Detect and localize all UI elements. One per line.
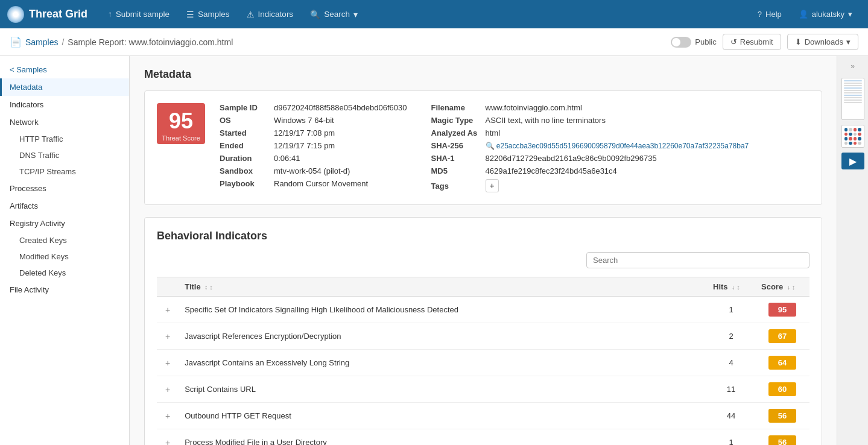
indicator-title: Outbound HTTP GET Request: [179, 403, 707, 429]
expand-row-button[interactable]: +: [163, 305, 173, 315]
meta-row: Sandboxmtv-work-054 (pilot-d): [220, 166, 407, 175]
table-row: + Javascript Contains an Excessively Lon…: [157, 350, 809, 376]
indicator-hits: 1: [707, 429, 755, 446]
sidebar-item-http-traffic[interactable]: HTTP Traffic: [0, 131, 129, 147]
indicators-icon: ⚠: [247, 10, 255, 19]
collapse-button[interactable]: »: [848, 60, 857, 73]
download-icon: ⬇: [795, 37, 802, 46]
downloads-caret-icon: ▾: [846, 37, 851, 46]
downloads-button[interactable]: ⬇ Downloads ▾: [787, 34, 858, 50]
indicator-title: Process Modified File in a User Director…: [179, 429, 707, 446]
submit-icon: ↑: [108, 10, 112, 19]
breadcrumb: 📄 Samples / Sample Report: www.fotoinvia…: [10, 36, 233, 48]
table-row: + Script Contains URL 11 60: [157, 376, 809, 403]
main-content: Metadata 95 Threat Score Sample IDd96720…: [130, 56, 837, 445]
brand-logo[interactable]: ✦ Threat Grid: [7, 6, 87, 23]
indicator-hits: 44: [707, 403, 755, 429]
expand-row-button[interactable]: +: [163, 332, 173, 341]
indicators-nav-button[interactable]: ⚠ Indicators: [238, 0, 302, 28]
user-icon: 👤: [799, 10, 808, 19]
breadcrumb-separator: /: [62, 37, 64, 47]
resubmit-icon: ↺: [730, 37, 737, 46]
meta-row: Sample IDd96720240f88f588e054bdebd06f603…: [220, 103, 407, 112]
meta-row: Analyzed Ashtml: [431, 128, 749, 137]
resubmit-button[interactable]: ↺ Resubmit: [723, 34, 781, 50]
indicator-hits: 4: [707, 350, 755, 376]
search-input[interactable]: [586, 252, 809, 268]
sidebar-item-network[interactable]: Network: [0, 113, 129, 131]
table-row: + Process Modified File in a User Direct…: [157, 429, 809, 446]
sidebar-item-indicators[interactable]: Indicators: [0, 96, 129, 113]
meta-row: SHA-256🔍 e25accba3ec09d55d5196690095879d…: [431, 141, 749, 150]
sidebar-item-tcpip-streams[interactable]: TCP/IP Streams: [0, 163, 129, 180]
indicator-score: 67: [755, 323, 809, 350]
table-header-title[interactable]: Title ↕: [179, 277, 707, 297]
samples-nav-button[interactable]: ☰ Samples: [178, 0, 238, 28]
breadcrumb-current: Sample Report: www.fotoinviaggio.com.htm…: [68, 37, 233, 47]
indicator-title: Javascript Contains an Excessively Long …: [179, 350, 707, 376]
indicator-hits: 11: [707, 376, 755, 403]
user-menu-button[interactable]: 👤 alukatsky ▾: [790, 0, 861, 28]
breadcrumb-icon: 📄: [10, 36, 22, 48]
indicator-score: 95: [755, 297, 809, 323]
help-icon: ?: [758, 10, 762, 19]
sidebar-item-dns-traffic[interactable]: DNS Traffic: [0, 147, 129, 163]
breadcrumb-actions: Public ↺ Resubmit ⬇ Downloads ▾: [671, 34, 858, 50]
topnav-right: ? Help 👤 alukatsky ▾: [749, 0, 861, 28]
meta-row: PlaybookRandom Cursor Movement: [220, 179, 407, 188]
metadata-panel: 95 Threat Score Sample IDd96720240f88f58…: [144, 90, 822, 205]
submit-sample-button[interactable]: ↑ Submit sample: [100, 0, 178, 28]
sidebar-item-registry-activity[interactable]: Registry Activity: [0, 215, 129, 232]
search-box-container: [157, 252, 809, 268]
breadcrumb-samples-link[interactable]: Samples: [25, 37, 58, 47]
sidebar-item-modified-keys[interactable]: Modified Keys: [0, 248, 129, 265]
sidebar-item-deleted-keys[interactable]: Deleted Keys: [0, 265, 129, 281]
brand-name: Threat Grid: [29, 8, 87, 21]
table-row: + Javascript References Encryption/Decry…: [157, 323, 809, 350]
search-caret-icon: ▾: [353, 10, 358, 19]
table-row: + Specific Set Of Indicators Signalling …: [157, 297, 809, 323]
indicator-title: Script Contains URL: [179, 376, 707, 403]
expand-row-button[interactable]: +: [163, 411, 173, 421]
meta-row: Magic TypeASCII text, with no line termi…: [431, 116, 749, 125]
behavioral-indicators-panel: Behavioral Indicators Title ↕ Hits ↓ Sco…: [144, 217, 822, 445]
meta-row: SHA-182206d712729eabd2161a9c86c9b0092fb2…: [431, 154, 749, 163]
top-navigation: ✦ Threat Grid ↑ Submit sample ☰ Samples …: [0, 0, 868, 28]
public-toggle[interactable]: Public: [671, 37, 716, 48]
indicators-table: Title ↕ Hits ↓ Score ↓ + Specific Set Of…: [157, 277, 809, 445]
breadcrumb-bar: 📄 Samples / Sample Report: www.fotoinvia…: [0, 28, 868, 56]
sidebar-item-created-keys[interactable]: Created Keys: [0, 232, 129, 248]
toggle-switch: [671, 37, 691, 48]
expand-row-button[interactable]: +: [163, 438, 173, 446]
play-button[interactable]: ▶: [841, 153, 864, 169]
expand-row-button[interactable]: +: [163, 385, 173, 394]
dot-grid-preview: [841, 125, 864, 148]
meta-row: OSWindows 7 64-bit: [220, 116, 407, 125]
metadata-columns: Sample IDd96720240f88f588e054bdebd06f603…: [220, 103, 809, 192]
meta-row: MD54629a1fe219c8fec23f24bd45a6e31c4: [431, 166, 749, 175]
indicator-score: 56: [755, 429, 809, 446]
thumbnail-preview: [841, 78, 864, 120]
indicator-score: 56: [755, 403, 809, 429]
table-row: + Outbound HTTP GET Request 44 56: [157, 403, 809, 429]
expand-row-button[interactable]: +: [163, 358, 173, 368]
indicator-score: 64: [755, 350, 809, 376]
meta-row: Tags+: [431, 179, 749, 192]
sidebar-item-file-activity[interactable]: File Activity: [0, 281, 129, 298]
sidebar-item-processes[interactable]: Processes: [0, 180, 129, 197]
table-header-score[interactable]: Score ↓: [755, 277, 809, 297]
threat-score-label: Threat Score: [162, 134, 200, 142]
behavioral-title: Behavioral Indicators: [157, 230, 809, 242]
table-header-expand: [157, 277, 179, 297]
add-tag-button[interactable]: +: [486, 179, 499, 192]
indicator-score: 60: [755, 376, 809, 403]
sha256-link[interactable]: 🔍 e25accba3ec09d55d5196690095879d0fe44ae…: [486, 142, 749, 150]
user-caret-icon: ▾: [848, 10, 852, 19]
sidebar-item-metadata[interactable]: Metadata: [0, 78, 129, 96]
table-header-hits[interactable]: Hits ↓: [707, 277, 755, 297]
search-nav-button[interactable]: 🔍 Search ▾: [302, 0, 366, 28]
help-button[interactable]: ? Help: [749, 0, 790, 28]
main-layout: < Samples Metadata Indicators Network HT…: [0, 56, 868, 445]
sidebar-back-link[interactable]: < Samples: [0, 61, 129, 78]
sidebar-item-artifacts[interactable]: Artifacts: [0, 197, 129, 215]
